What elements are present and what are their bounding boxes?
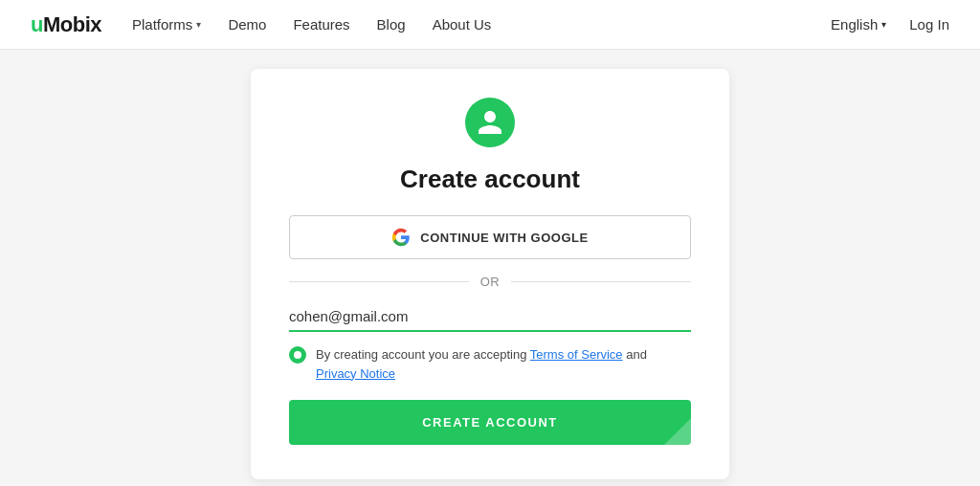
terms-row: By creating account you are accepting Te… xyxy=(289,345,691,383)
nav-item-about[interactable]: About Us xyxy=(433,16,492,33)
create-account-button[interactable]: CREATE ACCOUNT xyxy=(289,400,691,445)
privacy-notice-link[interactable]: Privacy Notice xyxy=(316,366,395,381)
terms-of-service-link[interactable]: Terms of Service xyxy=(530,347,623,362)
nav-item-platforms[interactable]: Platforms ▾ xyxy=(132,16,201,33)
continue-with-google-button[interactable]: CONTINUE WITH GOOGLE xyxy=(289,215,691,259)
chevron-down-icon: ▾ xyxy=(196,19,201,30)
nav-item-features[interactable]: Features xyxy=(293,16,349,33)
navbar-left: uMobix Platforms ▾ Demo Features Blog Ab… xyxy=(31,12,491,37)
terms-text: By creating account you are accepting Te… xyxy=(316,345,691,383)
main-content: Create account CONTINUE WITH GOOGLE OR xyxy=(0,50,980,486)
navbar: uMobix Platforms ▾ Demo Features Blog Ab… xyxy=(0,0,980,50)
divider-line-left xyxy=(289,281,469,282)
divider-line-right xyxy=(511,281,691,282)
nav-item-blog[interactable]: Blog xyxy=(377,16,406,33)
login-button[interactable]: Log In xyxy=(909,16,949,33)
navbar-right: English ▾ Log In xyxy=(831,16,949,33)
terms-radio[interactable] xyxy=(289,346,306,364)
divider-text: OR xyxy=(480,275,501,289)
page-title: Create account xyxy=(400,165,580,194)
chevron-down-icon: ▾ xyxy=(881,19,886,30)
language-selector[interactable]: English ▾ xyxy=(831,16,886,33)
email-input-wrapper xyxy=(289,304,691,332)
create-account-card: Create account CONTINUE WITH GOOGLE OR xyxy=(251,69,729,479)
logo[interactable]: uMobix xyxy=(31,12,101,37)
divider: OR xyxy=(289,275,691,289)
nav-items: Platforms ▾ Demo Features Blog About Us xyxy=(132,16,491,33)
avatar-icon xyxy=(465,98,515,147)
email-field[interactable] xyxy=(289,304,691,330)
nav-item-demo[interactable]: Demo xyxy=(228,16,266,33)
